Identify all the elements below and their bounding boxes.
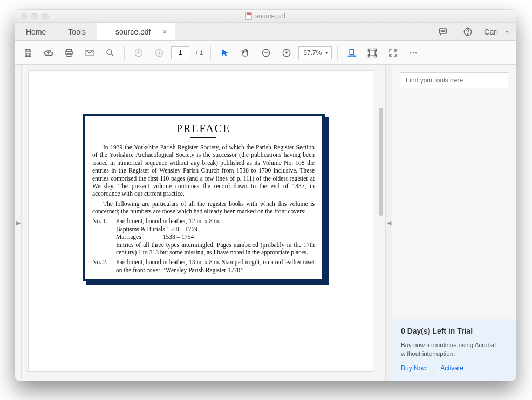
more-tools-icon[interactable] [405, 44, 422, 61]
svg-point-1 [441, 30, 442, 31]
cloud-upload-icon[interactable] [40, 44, 57, 61]
zoom-in-icon[interactable] [278, 44, 295, 61]
tab-document-label: source.pdf [115, 27, 151, 36]
pdf-file-icon [245, 12, 252, 20]
doc-entry-2: No. 2. Parchment, bound in leather, 13 i… [92, 258, 315, 274]
doc-entry-1: No. 1. Parchment, bound in leather, 12 i… [92, 217, 315, 256]
minimize-window-icon[interactable] [31, 13, 38, 19]
svg-rect-6 [26, 49, 30, 51]
help-icon[interactable] [459, 23, 476, 40]
left-panel-toggle[interactable]: ▶ [15, 65, 22, 381]
document-viewer[interactable]: PREFACE In 1939 the Yorkshire Parish Reg… [22, 65, 385, 381]
selection-tool-icon[interactable] [216, 44, 234, 61]
print-icon[interactable] [60, 44, 78, 61]
hand-tool-icon[interactable] [237, 44, 254, 61]
link-divider: | [433, 364, 434, 372]
zoom-window-icon[interactable] [42, 13, 49, 19]
trial-body: Buy now to continue using Acrobat withou… [401, 341, 507, 358]
doc-para1: In 1939 the Yorkshire Parish Register So… [92, 143, 315, 198]
user-menu[interactable]: Carl [484, 27, 498, 36]
tab-document[interactable]: source.pdf × [97, 23, 175, 40]
window-title: source.pdf [15, 12, 516, 20]
svg-point-5 [468, 33, 468, 34]
svg-point-20 [413, 52, 414, 53]
mac-titlebar: source.pdf [15, 10, 516, 23]
zoom-level-value: 67.7% [303, 49, 322, 57]
scanned-page: PREFACE In 1939 the Yorkshire Parish Reg… [83, 114, 325, 281]
buy-now-link[interactable]: Buy Now [401, 364, 427, 372]
title-rule [190, 137, 216, 138]
svg-rect-7 [26, 53, 30, 56]
page-canvas: PREFACE In 1939 the Yorkshire Parish Reg… [28, 70, 373, 372]
doc-title: PREFACE [92, 122, 315, 135]
content-area: ▶ PREFACE In 1939 the Yorkshire Parish R… [15, 65, 516, 381]
next-page-icon[interactable] [151, 44, 168, 61]
prev-page-icon[interactable] [130, 44, 147, 61]
fit-width-icon[interactable] [343, 44, 360, 61]
toolbar: / 1 67.7% ▾ [15, 41, 516, 65]
app-window: source.pdf Home Tools source.pdf × Carl … [15, 10, 516, 381]
traffic-lights [21, 13, 49, 19]
svg-point-2 [443, 30, 444, 31]
save-icon[interactable] [19, 44, 37, 61]
email-icon[interactable] [81, 44, 98, 61]
svg-point-3 [445, 30, 446, 31]
right-panel-toggle[interactable]: ◀ [385, 65, 392, 381]
svg-point-21 [415, 52, 417, 53]
tab-home[interactable]: Home [15, 23, 57, 40]
svg-point-12 [107, 50, 112, 54]
comment-icon[interactable] [434, 23, 452, 40]
trial-heading: 0 Day(s) Left in Trial [401, 327, 507, 335]
chevron-right-icon: ▶ [16, 219, 21, 226]
svg-point-19 [410, 52, 412, 53]
tools-search-input[interactable] [406, 77, 502, 84]
window-title-text: source.pdf [255, 12, 285, 20]
chevron-left-icon: ◀ [387, 219, 391, 226]
page-total-label: / 1 [196, 49, 203, 57]
close-window-icon[interactable] [21, 13, 27, 19]
zoom-out-icon[interactable] [257, 44, 275, 61]
page-number-input[interactable] [171, 46, 189, 59]
fullscreen-icon[interactable] [384, 44, 401, 61]
zoom-level-select[interactable]: 67.7% ▾ [298, 46, 332, 59]
chevron-down-icon: ▾ [325, 50, 328, 56]
activate-link[interactable]: Activate [440, 364, 463, 372]
tab-close-button[interactable]: × [162, 27, 167, 36]
user-menu-chevron-icon[interactable]: ▾ [506, 29, 508, 35]
tools-panel: 0 Day(s) Left in Trial Buy now to contin… [392, 65, 516, 381]
doc-para2: The following are particulars of all the… [92, 200, 315, 216]
svg-rect-18 [370, 50, 376, 56]
tools-search[interactable] [400, 72, 508, 88]
trial-banner: 0 Day(s) Left in Trial Buy now to contin… [392, 319, 516, 381]
tab-tools[interactable]: Tools [57, 23, 97, 40]
svg-rect-17 [350, 49, 354, 55]
tab-bar: Home Tools source.pdf × Carl ▾ [15, 23, 516, 41]
vertical-scrollbar[interactable] [379, 108, 383, 216]
search-icon[interactable] [101, 44, 119, 61]
fit-page-icon[interactable] [364, 44, 381, 61]
